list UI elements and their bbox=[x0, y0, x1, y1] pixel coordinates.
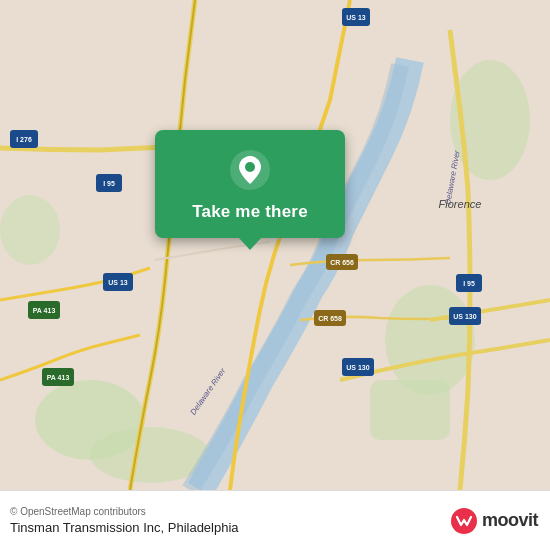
map-container: US 13 I 276 I 95 US 13 PA 413 PA 413 CR … bbox=[0, 0, 550, 490]
svg-text:PA 413: PA 413 bbox=[33, 307, 56, 314]
location-title: Tinsman Transmission Inc, Philadelphia bbox=[10, 520, 239, 535]
moovit-brand-icon bbox=[450, 507, 478, 535]
take-me-there-popup[interactable]: Take me there bbox=[155, 130, 345, 238]
svg-point-33 bbox=[245, 162, 255, 172]
location-pin-icon bbox=[228, 148, 272, 192]
svg-text:US 130: US 130 bbox=[346, 364, 369, 371]
svg-text:CR 656: CR 656 bbox=[330, 259, 354, 266]
svg-text:I 95: I 95 bbox=[463, 280, 475, 287]
take-me-there-label: Take me there bbox=[192, 202, 308, 222]
svg-text:US 130: US 130 bbox=[453, 313, 476, 320]
svg-text:I 276: I 276 bbox=[16, 136, 32, 143]
svg-text:CR 658: CR 658 bbox=[318, 315, 342, 322]
svg-text:US 13: US 13 bbox=[346, 14, 366, 21]
copyright-text: © OpenStreetMap contributors bbox=[10, 506, 239, 517]
svg-point-4 bbox=[0, 195, 60, 265]
svg-point-2 bbox=[385, 285, 475, 395]
svg-rect-5 bbox=[370, 380, 450, 440]
svg-text:PA 413: PA 413 bbox=[47, 374, 70, 381]
bottom-bar: © OpenStreetMap contributors Tinsman Tra… bbox=[0, 490, 550, 550]
svg-text:I 95: I 95 bbox=[103, 180, 115, 187]
moovit-logo: moovit bbox=[450, 507, 538, 535]
svg-text:US 13: US 13 bbox=[108, 279, 128, 286]
moovit-brand-text: moovit bbox=[482, 510, 538, 531]
bottom-left-info: © OpenStreetMap contributors Tinsman Tra… bbox=[10, 506, 239, 535]
